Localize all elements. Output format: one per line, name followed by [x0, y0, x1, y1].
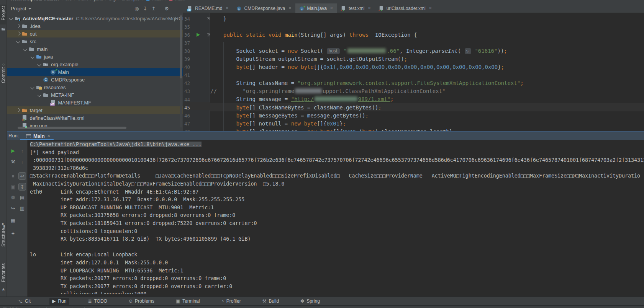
down-stack-trace-icon[interactable]: ↓ [18, 158, 26, 165]
breadcrumb-item[interactable]: main [175, 0, 185, 2]
project-scrollbar-horizontal[interactable] [18, 127, 126, 129]
run-console[interactable]: C:\Penetration\ProgramTools\Java\jdk1.8\… [28, 140, 644, 297]
code-token: []{ [314, 64, 323, 70]
expand-all-icon[interactable]: ↧ [143, 6, 147, 11]
breadcrumb-item[interactable]: ActiveMqRCE-master [11, 0, 59, 2]
tool-window-button-profiler[interactable]: ◔Profiler [218, 298, 243, 305]
edit-configuration-icon[interactable]: ⚒ [9, 158, 17, 165]
restore-layout-icon[interactable]: ▦ [9, 217, 17, 224]
project-panel-header[interactable]: Project ◎ ↧ ↥ ⚙ — [7, 3, 183, 14]
soft-wrap-icon[interactable]: ↩ [18, 172, 26, 180]
structure-tool-icon[interactable]: ▚ [0, 221, 7, 228]
locate-icon[interactable]: ◎ [134, 6, 139, 11]
tool-window-button-terminal[interactable]: ▣Terminal [173, 298, 203, 305]
close-icon[interactable]: ✕ [47, 134, 51, 139]
tree-item-main[interactable]: main [7, 45, 183, 53]
fold-marker-icon[interactable] [207, 33, 210, 36]
close-icon[interactable]: ✕ [288, 6, 292, 11]
tool-window-button-run[interactable]: ▶Run [49, 298, 69, 305]
chevron-expanded-icon[interactable] [30, 54, 35, 59]
tool-stripe-commit[interactable]: Commit [0, 66, 7, 86]
chevron-expanded-icon[interactable] [30, 85, 35, 90]
run-gutter-icon[interactable] [197, 33, 200, 37]
rerun-icon[interactable]: ▶ [9, 147, 17, 155]
line-number: 36 [183, 31, 190, 39]
close-icon[interactable]: ✕ [330, 6, 333, 11]
code-area[interactable]: } public static void main(String[] args)… [210, 15, 644, 131]
tool-window-button-todo[interactable]: ≣TODO [85, 298, 110, 305]
tool-window-button-spring[interactable]: ✽Spring [298, 298, 323, 305]
folder-excluded-icon [22, 31, 28, 37]
folder-icon [22, 38, 28, 44]
tool-stripe-structure[interactable]: Structure [0, 227, 7, 250]
breadcrumb-item[interactable]: main [78, 0, 88, 2]
breadcrumb[interactable]: ActiveMqRCE-master/src/main/java/org/exa… [11, 0, 185, 3]
tree-item-target[interactable]: target [7, 106, 183, 114]
editor-tab-test-xml[interactable]: <>test.xml✕ [337, 3, 375, 13]
up-stack-trace-icon[interactable]: ↑ [18, 147, 26, 155]
favorites-star-icon: ★ [0, 287, 7, 292]
print-icon[interactable]: ▤ [18, 194, 26, 201]
project-scrollbar-vertical[interactable] [180, 15, 182, 78]
chevron-expanded-icon[interactable] [16, 39, 21, 44]
editor-tab-readme-md[interactable]: MDREADME.md✕ [183, 3, 233, 13]
profiler-icon: ◔ [221, 298, 224, 304]
code-token: " [344, 48, 347, 54]
pin-icon[interactable]: ✦ [9, 230, 17, 237]
commit-tool-icon[interactable]: ◌ [0, 60, 7, 67]
chevron-collapsed-icon[interactable] [16, 108, 21, 113]
project-tool-icon[interactable] [0, 26, 7, 34]
hide-panel-icon[interactable]: — [173, 6, 178, 11]
editor-tab-main-java[interactable]: Main.java✕ [295, 3, 337, 13]
close-icon[interactable]: ✕ [429, 6, 432, 11]
tree-item-main[interactable]: Main [7, 68, 183, 76]
tool-window-button-build[interactable]: ⚒Build [260, 298, 282, 305]
tree-item-java[interactable]: java [7, 53, 183, 60]
tree-item-src[interactable]: src [7, 37, 183, 45]
code-line-45: byte[] ClassNameBytes = className.getByt… [210, 104, 644, 112]
code-token [210, 32, 223, 38]
clear-all-icon[interactable]: ▥ [18, 204, 26, 212]
tool-window-button-problems[interactable]: ⊙Problems [126, 298, 157, 305]
thread-dump-icon[interactable]: ▣ [9, 183, 17, 191]
tree-item-defineclasswritefile-xml[interactable]: <>defineClassWriteFile.xml [7, 114, 183, 122]
chevron-expanded-icon[interactable] [8, 16, 14, 21]
fold-marker-icon[interactable] [207, 17, 210, 20]
tree-item-cmdresponse[interactable]: CMDResponse [7, 76, 183, 83]
tree-item-manifest-mf[interactable]: MFMANIFEST.MF [7, 99, 183, 106]
breadcrumb-item[interactable]: org [109, 0, 116, 2]
breadcrumb-item[interactable]: java [94, 0, 103, 2]
tool-stripe-project[interactable]: Project [0, 5, 7, 24]
tool-stripe-label: Commit [1, 67, 6, 83]
collapse-all-icon[interactable]: ↥ [151, 6, 156, 11]
editor-tab-cmdresponse-java[interactable]: CMDResponse.java✕ [233, 3, 295, 13]
chevron-collapsed-icon[interactable] [16, 31, 21, 36]
tree-item-resources[interactable]: resources [7, 83, 183, 91]
tree-item-meta-inf[interactable]: META-INF [7, 91, 183, 99]
folder-resources-icon [36, 84, 42, 90]
close-icon[interactable]: ✕ [367, 6, 371, 11]
stop-icon[interactable]: ■ [9, 172, 17, 180]
tree-item-activemqrce-master[interactable]: ActiveMqRCE-masterC:\Users\Anonymous\Des… [7, 15, 183, 22]
chevron-expanded-icon[interactable] [37, 92, 42, 98]
breadcrumb-item[interactable]: example [121, 0, 139, 2]
tree-item-out[interactable]: out [7, 30, 183, 37]
chevron-expanded-icon[interactable] [37, 62, 42, 67]
tree-indent [16, 115, 21, 121]
tool-stripe-favorites[interactable]: Favorites [0, 262, 7, 285]
settings-icon[interactable]: ⚙ [164, 6, 169, 11]
tree-item-org-example[interactable]: org.example [7, 60, 183, 68]
close-icon[interactable]: ✕ [225, 6, 229, 11]
editor-tab-urlclassloader-xml[interactable]: <>urlClassLoader.xml✕ [375, 3, 436, 13]
tree-item--idea[interactable]: .idea [7, 22, 183, 30]
chevron-collapsed-icon[interactable] [16, 23, 21, 29]
tab-label: urlClassLoader.xml [387, 6, 426, 11]
scroll-to-end-icon[interactable]: ↧ [18, 183, 26, 191]
breadcrumb-item[interactable]: src [66, 0, 72, 2]
breadcrumb-item[interactable]: Main [152, 0, 162, 2]
debug-icon[interactable]: ⚉ [9, 194, 17, 201]
chevron-expanded-icon[interactable] [23, 46, 28, 52]
console-line: MaxInactivityDurationInitalDelay□'□□MaxF… [30, 180, 644, 188]
tool-window-button-git[interactable]: ⌥Git [15, 298, 33, 305]
exit-icon[interactable]: ↪ [9, 204, 17, 212]
